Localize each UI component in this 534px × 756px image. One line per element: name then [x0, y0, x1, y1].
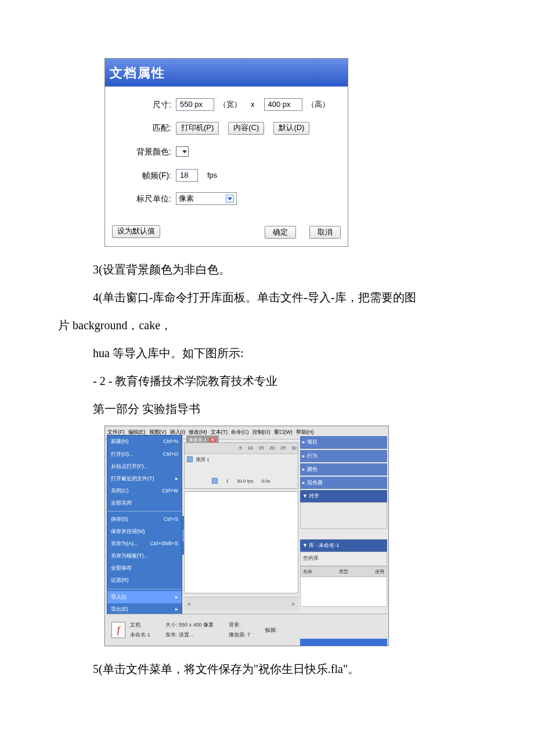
match-default-button[interactable]: 默认(D)	[273, 122, 309, 135]
fps-input[interactable]: 18	[176, 169, 198, 182]
menu-item: 保存(S)Ctrl+S	[107, 513, 182, 525]
paragraph-footer: - 2 - 教育传播技术学院教育技术专业	[70, 370, 464, 392]
row-match: 匹配: 打印机(P) 内容(C) 默认(D)	[112, 120, 341, 136]
layer-icon	[187, 456, 193, 462]
menu-item: 另存为模板(T)...	[107, 550, 182, 562]
match-label: 匹配:	[112, 120, 176, 136]
cancel-button[interactable]: 取消	[309, 226, 341, 239]
flash-file-icon: f	[111, 622, 125, 638]
paragraph-4b: 片 background，cake，	[58, 314, 464, 336]
library-table[interactable]: 名称 类型 使用	[300, 566, 387, 607]
dialog-title: 文档属性	[105, 59, 348, 87]
props-doc: 文档	[130, 620, 150, 630]
paragraph-4c: hua 等导入库中。如下图所示:	[70, 342, 464, 364]
menu-item-import: 导入(I)▸	[107, 591, 182, 603]
bottom-bluebar	[300, 639, 387, 646]
library-empty: 空的库	[300, 552, 387, 566]
stage-canvas[interactable]	[184, 491, 298, 593]
menu-item: 从站点打开(F)...	[107, 460, 182, 473]
document-properties-dialog: 文档属性 尺寸: 550 px （宽） x 400 px （高） 匹配: 打印机…	[104, 58, 348, 247]
paragraph-5: 5(单击文件菜单，将文件保存为"祝你生日快乐.fla"。	[70, 658, 464, 680]
menu-item: 全部保存	[107, 562, 182, 574]
fps-unit: fps	[207, 168, 217, 183]
ruler-select[interactable]: 像素	[176, 192, 237, 205]
stage-scrollbar[interactable]: ◄►	[184, 597, 298, 611]
menu-item: 全部关闭	[107, 497, 182, 509]
ok-button[interactable]: 确定	[265, 226, 296, 239]
panel-head-library[interactable]: ▼ 库 - 未命名-1	[300, 539, 387, 552]
props-docname: 未命名-1	[130, 630, 150, 640]
chevron-down-icon	[226, 195, 234, 203]
menu-item[interactable]: 控制(O)	[252, 427, 270, 437]
menu-item: 另存为(A)...Ctrl+Shift+S	[107, 538, 182, 550]
size-label: 尺寸:	[112, 97, 176, 113]
panel-head[interactable]: ▸ 颜色	[300, 463, 387, 476]
panel-head[interactable]: ▸ 项目	[300, 436, 387, 448]
menu-item: 还原(R)	[107, 574, 182, 586]
menu-item: 保存并压缩(M)	[107, 525, 182, 538]
document-tab-label: 未命名-1	[189, 437, 207, 442]
match-content-button[interactable]: 内容(C)	[228, 122, 264, 135]
menu-item[interactable]: 窗口(W)	[274, 427, 293, 437]
match-printer-button[interactable]: 打印机(P)	[176, 122, 219, 135]
ruler-label: 标尺单位:	[112, 191, 176, 207]
height-input[interactable]: 400 px	[264, 98, 302, 111]
bgcolor-swatch[interactable]	[176, 146, 189, 157]
close-icon[interactable]: ✕	[209, 437, 217, 442]
menu-item: 新建(N)Ctrl+N	[107, 435, 182, 448]
menu-item[interactable]: 命令(C)	[231, 427, 249, 437]
row-size: 尺寸: 550 px （宽） x 400 px （高）	[112, 97, 341, 113]
width-tag: （宽）	[219, 98, 241, 112]
panel-head-align[interactable]: ▼ 对齐	[300, 490, 387, 502]
width-input[interactable]: 550 px	[176, 98, 214, 111]
bgcolor-label: 背景颜色:	[112, 144, 176, 160]
row-bgcolor: 背景颜色:	[112, 144, 341, 160]
menu-item: 关闭(C)Ctrl+W	[107, 485, 182, 497]
row-ruler: 标尺单位: 像素	[112, 191, 341, 207]
x-separator: x	[251, 98, 255, 112]
menu-item: 打开最近的文件(T)▸	[107, 473, 182, 485]
flash-ide-screenshot: 文件(F) 编辑(E) 视图(V) 插入(I) 修改(M) 文本(T) 命令(C…	[104, 426, 389, 646]
row-fps: 帧频(F): 18 fps	[112, 168, 341, 183]
ruler-value: 像素	[179, 192, 194, 206]
timeline-icon	[212, 478, 218, 484]
paragraph-section: 第一部分 实验指导书	[70, 398, 464, 420]
paragraph-3: 3(设置背景颜色为非白色。	[70, 258, 464, 280]
right-panels: ▸ 项目 ▸ 行为 ▸ 颜色 ▸ 混色器 ▼ 对齐 ▼ 库 - 未命名-1 空的…	[300, 435, 387, 607]
layer-name[interactable]: 图层 1	[196, 455, 210, 464]
fps-label: 帧频(F):	[112, 168, 176, 183]
height-tag: （高）	[307, 98, 330, 112]
set-default-button[interactable]: 设为默认值	[112, 225, 160, 238]
paragraph-4a: 4(单击窗口-库命令打开库面板。单击文件-导入-库，把需要的图	[70, 286, 464, 308]
timeline-panel[interactable]: 5 10 15 20 25 30 图层 1 1 30.0 fps 0.0s	[184, 442, 298, 489]
panel-head[interactable]: ▸ 混色器	[300, 477, 387, 489]
menu-item: 打开(O)...Ctrl+O	[107, 448, 182, 460]
panel-head[interactable]: ▸ 行为	[300, 450, 387, 462]
